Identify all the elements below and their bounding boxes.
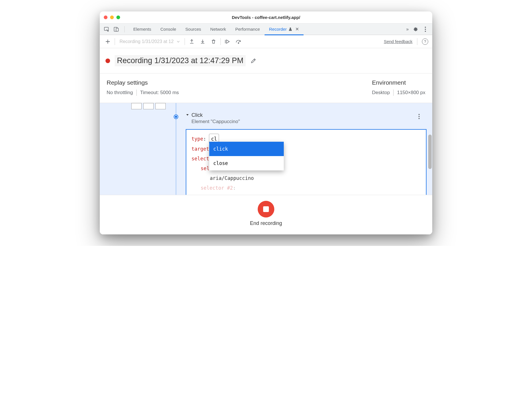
tab-label: Network	[210, 27, 226, 32]
thumbnail[interactable]	[131, 103, 142, 109]
settings-row: Replay settings No throttling Timeout: 5…	[100, 73, 432, 103]
tabbar: Elements Console Sources Network Perform…	[100, 24, 432, 35]
step-over-button[interactable]	[234, 38, 242, 46]
tab-label: Performance	[235, 27, 260, 32]
more-tabs-icon[interactable]: »	[406, 27, 409, 32]
autocomplete-item[interactable]: click	[209, 142, 284, 156]
device-value[interactable]: Desktop	[372, 90, 390, 96]
code-key: selector #2	[201, 185, 233, 191]
tab-label: Console	[161, 27, 176, 32]
flask-icon	[288, 27, 292, 31]
autocomplete-item[interactable]: close	[209, 156, 284, 170]
window-title: DevTools - coffee-cart.netlify.app/	[100, 15, 432, 20]
throttling-value[interactable]: No throttling	[107, 90, 133, 96]
thumbnail[interactable]	[143, 103, 154, 109]
code-key: target	[191, 146, 209, 152]
recorder-toolbar: Recording 1/31/2023 at 12 Send feedback …	[100, 35, 432, 48]
end-recording-label: End recording	[250, 220, 282, 226]
tab-sources[interactable]: Sources	[181, 24, 206, 35]
environment-header: Environment	[372, 79, 406, 86]
new-recording-button[interactable]	[104, 38, 112, 46]
steps-area: Click Element "Cappuccino" type: cl targ…	[100, 103, 432, 195]
scrollbar[interactable]	[428, 135, 432, 169]
tab-label: Recorder	[269, 27, 287, 32]
import-button[interactable]	[199, 38, 207, 46]
close-tab-icon[interactable]: ✕	[295, 26, 299, 32]
end-recording-button[interactable]	[258, 201, 274, 217]
svg-point-4	[425, 29, 426, 30]
thumbnail-strip	[131, 103, 166, 109]
tab-network[interactable]: Network	[206, 24, 231, 35]
separator	[124, 26, 125, 32]
step-node[interactable]	[174, 114, 178, 119]
svg-point-5	[425, 31, 426, 32]
tab-recorder[interactable]: Recorder ✕	[265, 24, 304, 35]
traffic-lights	[104, 15, 120, 19]
separator	[417, 38, 417, 45]
step-code-editor[interactable]: type: cl target selectors selector #1: a…	[186, 129, 427, 195]
svg-point-6	[238, 42, 239, 43]
code-key: type	[191, 136, 203, 142]
collapse-arrow-icon[interactable]	[186, 113, 189, 116]
viewport-value[interactable]: 1150×800 px	[397, 90, 425, 96]
timeout-value[interactable]: Timeout: 5000 ms	[140, 90, 179, 96]
stop-icon	[263, 206, 269, 212]
tab-console[interactable]: Console	[156, 24, 181, 35]
step-content: Click Element "Cappuccino" type: cl targ…	[186, 112, 427, 195]
replay-settings-header: Replay settings	[107, 79, 179, 86]
svg-point-3	[425, 27, 426, 28]
recording-select[interactable]: Recording 1/31/2023 at 12	[118, 39, 182, 44]
close-window-button[interactable]	[104, 15, 107, 19]
footer: End recording	[100, 195, 432, 234]
send-feedback-link[interactable]: Send feedback	[384, 39, 412, 44]
tab-elements[interactable]: Elements	[129, 24, 156, 35]
recording-title[interactable]: Recording 1/31/2023 at 12:47:29 PM	[115, 55, 246, 66]
separator	[115, 38, 115, 45]
minimize-window-button[interactable]	[110, 15, 114, 19]
titlebar: DevTools - coffee-cart.netlify.app/	[100, 11, 432, 24]
separator	[220, 38, 221, 45]
edit-title-icon[interactable]	[250, 58, 257, 64]
recording-title-row: Recording 1/31/2023 at 12:47:29 PM	[100, 48, 432, 73]
chevron-down-icon	[177, 40, 180, 43]
thumbnail[interactable]	[155, 103, 166, 109]
devtools-window: DevTools - coffee-cart.netlify.app/ Elem…	[100, 11, 432, 234]
kebab-menu-icon[interactable]	[423, 26, 428, 32]
replay-button[interactable]	[224, 38, 232, 46]
separator	[136, 90, 137, 96]
recording-select-label: Recording 1/31/2023 at 12	[120, 39, 174, 44]
device-toggle-icon[interactable]	[114, 26, 119, 32]
code-value[interactable]: aria/Cappuccino	[210, 175, 254, 181]
tab-label: Elements	[133, 27, 151, 32]
separator	[185, 38, 185, 45]
inspect-icon[interactable]	[104, 26, 109, 32]
export-button[interactable]	[188, 38, 196, 46]
help-icon[interactable]: ?	[422, 38, 428, 45]
step-action: Click	[191, 112, 240, 118]
separator	[393, 90, 394, 96]
step-element: Element "Cappuccino"	[191, 119, 240, 125]
autocomplete-popup: click close	[209, 142, 284, 170]
svg-rect-2	[116, 28, 118, 31]
settings-icon[interactable]	[413, 26, 418, 32]
delete-button[interactable]	[210, 38, 218, 46]
tab-label: Sources	[185, 27, 201, 32]
svg-rect-0	[104, 27, 108, 30]
maximize-window-button[interactable]	[116, 15, 120, 19]
recording-indicator-icon	[105, 59, 110, 63]
tab-performance[interactable]: Performance	[231, 24, 265, 35]
